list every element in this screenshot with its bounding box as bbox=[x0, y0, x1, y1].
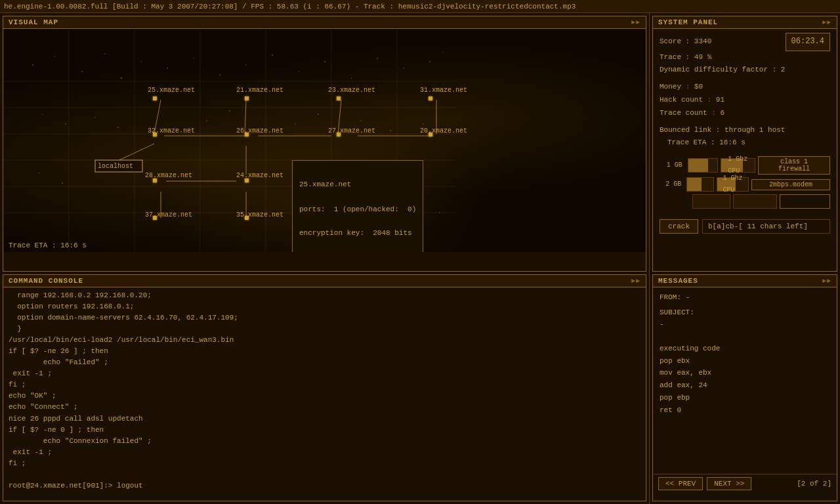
map-trace-eta: Trace ETA : 16:6 s bbox=[9, 242, 87, 249]
subject-value: - bbox=[660, 320, 664, 328]
hw2-cpu-bar: 1 GhzCPU bbox=[717, 177, 749, 192]
node-21[interactable]: 21.xmaze.net bbox=[236, 87, 284, 94]
bounced-link-text: Bounced link : through 1 host bbox=[660, 126, 785, 134]
tooltip-ports: ports: 1 (open/hacked: 0) bbox=[299, 205, 416, 213]
system-panel: SYSTEM PANEL ►► Score : 3340 06:23.4 bbox=[652, 16, 837, 272]
svg-rect-63 bbox=[245, 96, 249, 100]
titlebar: he.engine-1.00.0082.full [Build : May 3 … bbox=[0, 0, 840, 13]
svg-point-42 bbox=[62, 182, 63, 184]
msg-line-4: add eax, 24 bbox=[660, 379, 830, 392]
console-line: range 192.168.0.2 192.168.0.20; bbox=[9, 290, 640, 301]
system-trace-eta-text: Trace ETA : 16:6 s bbox=[667, 138, 746, 146]
console-line: /usr/local/bin/eci-load2 /usr/local/bin/… bbox=[9, 335, 640, 346]
console-corner: ►► bbox=[631, 278, 640, 285]
hw1-cpu-bar: 1 GhzCPU bbox=[721, 158, 755, 173]
system-panel-header: SYSTEM PANEL ►► bbox=[653, 16, 837, 29]
visual-map-title: VISUAL MAP bbox=[9, 18, 58, 26]
node-32[interactable]: 32.xmaze.net bbox=[148, 127, 195, 135]
messages-content: FROM: - SUBJECT: - executing code pop eb… bbox=[653, 287, 837, 474]
time-value: 06:23.4 bbox=[791, 37, 824, 46]
console-line: exit -1 ; bbox=[9, 447, 640, 458]
svg-point-37 bbox=[318, 114, 319, 115]
svg-point-26 bbox=[377, 58, 378, 59]
console-line: echo "OK" ; bbox=[9, 390, 640, 402]
svg-point-25 bbox=[350, 77, 352, 79]
hardware-section: 1 GB 1 GhzCPU class 1 firewall bbox=[660, 156, 830, 209]
node-28[interactable]: 28.xmaze.net bbox=[145, 172, 192, 179]
node-31[interactable]: 31.xmaze.net bbox=[420, 87, 467, 94]
node-35[interactable]: 35.xmaze.net bbox=[236, 211, 284, 219]
crack-input[interactable] bbox=[702, 219, 830, 234]
message-body: executing code pop ebx mov eax, ebx add … bbox=[660, 343, 830, 416]
node-25[interactable]: 25.xmaze.net bbox=[148, 87, 195, 94]
console-content[interactable]: range 192.168.0.2 192.168.0.20; option r… bbox=[3, 287, 646, 495]
hack-count-row: Hack count : 91 bbox=[660, 94, 830, 107]
hw1-ram-bar bbox=[688, 158, 718, 173]
messages-title: MESSAGES bbox=[658, 277, 698, 285]
messages-panel: MESSAGES ►► FROM: - SUBJECT: - executing… bbox=[652, 274, 837, 501]
messages-corner: ►► bbox=[822, 278, 831, 285]
titlebar-text: he.engine-1.00.0082.full [Build : May 3 … bbox=[4, 3, 576, 10]
tooltip-encryption: encryption key: 2048 bits bbox=[299, 229, 416, 237]
firewall-button[interactable]: class 1 firewall bbox=[758, 156, 830, 175]
page-count: [2 of 2] bbox=[797, 480, 831, 488]
ddf-row: Dynamic difficulty factor : 2 bbox=[660, 64, 830, 77]
hw2-ram-bar bbox=[686, 177, 714, 192]
hack-count-label: Hack count bbox=[660, 96, 703, 104]
time-display: 06:23.4 bbox=[786, 33, 830, 51]
msg-line-2: pop ebx bbox=[660, 355, 830, 368]
visual-map-corner: ►► bbox=[631, 19, 640, 26]
from-row: FROM: - bbox=[660, 291, 830, 304]
svg-point-17 bbox=[140, 61, 142, 62]
prev-button[interactable]: << PREV bbox=[658, 477, 703, 490]
hw1-gb-label: GB bbox=[675, 159, 682, 171]
tooltip-node-name: 25.xmaze.net bbox=[299, 180, 416, 188]
trace-value: 49 % bbox=[694, 53, 711, 61]
svg-point-41 bbox=[39, 173, 40, 174]
svg-point-35 bbox=[229, 110, 230, 112]
svg-point-15 bbox=[104, 53, 106, 54]
modem-button[interactable]: 2mbps.modem bbox=[751, 179, 830, 190]
svg-point-40 bbox=[423, 123, 424, 125]
hw2-ram-fill bbox=[687, 178, 702, 191]
svg-point-32 bbox=[94, 117, 96, 118]
svg-point-48 bbox=[439, 212, 440, 213]
node-26[interactable]: 26.xmaze.net bbox=[236, 127, 284, 135]
svg-point-12 bbox=[32, 64, 33, 66]
svg-text:localhost: localhost bbox=[98, 163, 133, 170]
subject-value-row: - bbox=[660, 318, 830, 331]
console-line: echo "Failed" ; bbox=[9, 357, 640, 368]
svg-point-33 bbox=[117, 127, 119, 128]
console-line: fi ; bbox=[9, 458, 640, 469]
hw2-gb-label: GB bbox=[673, 178, 681, 190]
map-container[interactable]: localhost 25.xmaze.net 21.xmaze.net 23.x… bbox=[3, 29, 646, 252]
crack-section: crack bbox=[653, 215, 837, 238]
money-value: $0 bbox=[694, 83, 703, 91]
node-27[interactable]: 27.xmaze.net bbox=[328, 127, 375, 135]
hw2-gb: 2 bbox=[660, 178, 669, 190]
svg-point-21 bbox=[245, 64, 247, 66]
trace-count-label: Trace count bbox=[660, 109, 707, 117]
hw2-cpu-text: 1 GhzCPU bbox=[723, 173, 743, 196]
crack-button[interactable]: crack bbox=[660, 219, 698, 234]
next-button[interactable]: NEXT >> bbox=[707, 477, 751, 490]
node-24[interactable]: 24.xmaze.net bbox=[236, 172, 284, 179]
console-line: } bbox=[9, 324, 640, 335]
console-line: echo "Connect" ; bbox=[9, 402, 640, 413]
console-line: if [ $? -ne 0 ] ; then bbox=[9, 425, 640, 436]
console-line bbox=[9, 469, 640, 480]
msg-line-5: pop ebp bbox=[660, 392, 830, 404]
node-23[interactable]: 23.xmaze.net bbox=[328, 87, 375, 94]
svg-point-20 bbox=[219, 74, 220, 75]
console-line: exit -1 ; bbox=[9, 368, 640, 379]
svg-point-38 bbox=[360, 120, 362, 121]
trace-count-value: 6 bbox=[720, 109, 724, 117]
system-content: Score : 3340 06:23.4 Trace : 49 % Dynami… bbox=[653, 29, 837, 213]
svg-rect-64 bbox=[337, 96, 341, 100]
console-line: nice 26 pppd call adsl updetach bbox=[9, 413, 640, 425]
svg-point-29 bbox=[442, 51, 444, 52]
node-20[interactable]: 20.xmaze.net bbox=[420, 127, 467, 135]
msg-line-6: ret 0 bbox=[660, 404, 830, 417]
hw3-bar2 bbox=[733, 194, 777, 209]
node-37[interactable]: 37.xmaze.net bbox=[145, 211, 192, 219]
